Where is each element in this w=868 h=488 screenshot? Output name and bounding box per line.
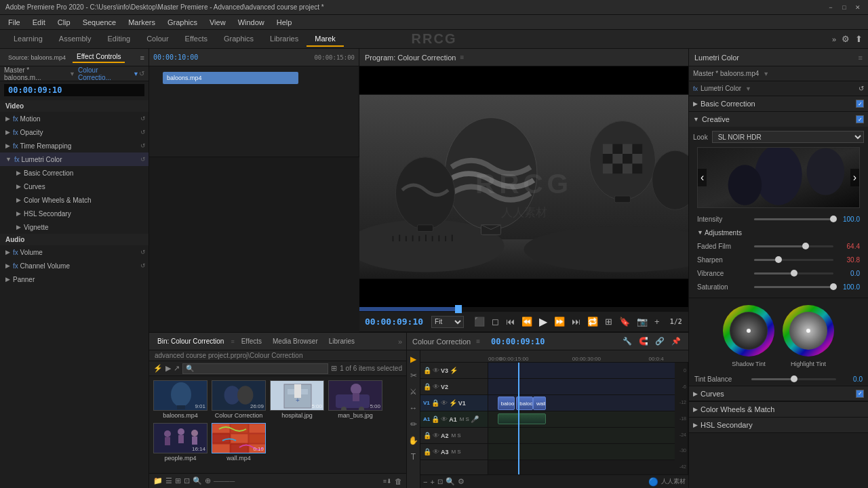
menu-view[interactable]: View — [204, 17, 231, 28]
creative-toggle[interactable]: ▼ — [693, 116, 699, 123]
a1-m[interactable]: M — [460, 416, 465, 422]
bin-item-wall[interactable]: 0:19 wall.mp4 — [212, 423, 266, 462]
bin-thumb-man-bus[interactable]: 5:00 — [328, 380, 382, 411]
btn-step-fwd[interactable]: ⏩ — [552, 315, 567, 328]
bin-item-people[interactable]: 16:14 people.mp4 — [153, 423, 208, 462]
lumetri-clip-arrow[interactable]: ▼ — [763, 70, 769, 77]
tool-text[interactable]: T — [410, 451, 417, 463]
bin-sort-options[interactable]: ≡⬇ — [383, 478, 392, 485]
tl-btn-marker[interactable]: 📌 — [669, 336, 683, 347]
lumetri-color-effect[interactable]: ▼ fx Lumetri Color ↺ — [0, 152, 149, 166]
tab-source[interactable]: Source: baloons.mp4 — [4, 53, 70, 62]
motion-reset[interactable]: ↺ — [140, 115, 146, 122]
a1-lock[interactable]: 🔒 — [431, 415, 439, 423]
opacity-reset[interactable]: ↺ — [140, 129, 146, 136]
bin-search-input[interactable] — [182, 363, 328, 374]
bin-item-man-bus[interactable]: 5:00 man_bus.jpg — [328, 380, 382, 419]
vignette-sub[interactable]: ▶ Vignette — [0, 220, 149, 234]
bin-thumb-people[interactable]: 16:14 — [153, 423, 208, 453]
tl-btn-link[interactable]: 🔗 — [653, 336, 667, 347]
bin-item-baloons[interactable]: 9:01 baloons.mp4 — [153, 380, 208, 419]
a3-s[interactable]: S — [457, 449, 460, 455]
sharpen-slider[interactable] — [754, 259, 833, 261]
curves-sub[interactable]: ▶ Curves — [0, 180, 149, 193]
basic-correction-checkbox[interactable]: ✓ — [856, 100, 864, 108]
tint-balance-slider[interactable] — [751, 378, 836, 380]
filter-icon[interactable]: ⚡ — [153, 364, 163, 373]
bin-filter[interactable]: 🔍 — [193, 476, 202, 485]
track-v1[interactable]: baloons.mp4 baloons.m... wall.mp4 — [488, 395, 675, 411]
lumetri-reset-all[interactable]: ↺ — [859, 85, 864, 92]
v3-lock[interactable]: 🔒 — [423, 367, 431, 374]
volume-reset[interactable]: ↺ — [140, 249, 146, 256]
panner-effect[interactable]: ▶ Panner — [0, 272, 149, 286]
maximize-btn[interactable]: □ — [840, 3, 849, 12]
basic-correction-toggle[interactable]: ▶ — [693, 100, 698, 107]
ws-tab-marek[interactable]: Marek — [307, 32, 344, 47]
a2-s[interactable]: S — [457, 432, 460, 439]
lumetri-scroll[interactable]: ▶ Basic Correction ✓ ▼ Creative ✓ Look — [689, 96, 868, 488]
vibrance-slider[interactable] — [754, 272, 833, 274]
cwm-toggle[interactable]: ▶ — [693, 406, 698, 413]
bin-tab-effects[interactable]: Effects — [237, 336, 266, 346]
bin-item-hospital[interactable]: + 5:00 hospital.jpg — [270, 380, 324, 419]
btn-camera[interactable]: 📷 — [635, 315, 650, 328]
ws-tab-libraries[interactable]: Libraries — [262, 32, 307, 47]
ws-tab-graphics[interactable]: Graphics — [216, 32, 262, 47]
bin-freeform-view[interactable]: ⊡ — [184, 476, 190, 485]
v3-eye[interactable]: 👁 — [433, 367, 439, 374]
vibrance-value[interactable]: 0.0 — [836, 270, 860, 277]
timeline-menu-icon[interactable]: ≡ — [476, 338, 480, 345]
channel-volume-reset[interactable]: ↺ — [140, 262, 146, 269]
curves-checkbox[interactable]: ✓ — [856, 390, 864, 398]
close-btn[interactable]: ✕ — [853, 3, 863, 12]
track-a1[interactable] — [488, 411, 675, 428]
a1-eye[interactable]: 👁 — [441, 415, 448, 423]
faded-film-value[interactable]: 64.4 — [836, 243, 860, 250]
workspace-more-icon[interactable]: » — [832, 35, 836, 43]
tool-ripple[interactable]: ✂ — [409, 369, 418, 382]
cwm-header[interactable]: ▶ Color Wheels & Match — [689, 402, 868, 417]
workspace-export-icon[interactable]: ⬆ — [855, 34, 863, 44]
saturation-slider[interactable] — [754, 286, 833, 288]
btn-step-back[interactable]: ⏪ — [519, 315, 534, 328]
bin-thumbnail-icon[interactable]: ⊞ — [331, 364, 337, 373]
time-remap-reset[interactable]: ↺ — [140, 142, 146, 149]
hsl-header[interactable]: ▶ HSL Secondary — [689, 418, 868, 432]
ws-tab-editing[interactable]: Editing — [100, 32, 139, 47]
tl-bottom-fit[interactable]: ⊡ — [437, 478, 443, 485]
workspace-settings-icon[interactable]: ⚙ — [842, 34, 850, 44]
tl-bottom-zoom-in[interactable]: + — [430, 478, 434, 486]
tool-razor[interactable]: ⚔ — [408, 386, 418, 398]
menu-file[interactable]: File — [3, 17, 26, 28]
zoom-select[interactable]: Fit25%50%100% — [431, 316, 464, 328]
menu-window[interactable]: Window — [233, 17, 270, 28]
look-select[interactable]: SL NOIR HDR — [712, 131, 864, 143]
clip-wall[interactable]: wall.mp4 — [533, 396, 546, 410]
bin-more-icon[interactable]: » — [398, 338, 402, 346]
basic-correction-sub[interactable]: ▶ Basic Correction — [0, 166, 149, 180]
lumetri-reset[interactable]: ↺ — [140, 156, 146, 163]
ws-tab-effects[interactable]: Effects — [177, 32, 216, 47]
a3-m[interactable]: M — [452, 449, 456, 455]
monitor-scrubber[interactable] — [359, 307, 688, 311]
btn-in-point[interactable]: ⬛ — [472, 315, 487, 328]
bin-tab-media-browser[interactable]: Media Browser — [269, 336, 322, 346]
clip-baloons[interactable]: baloons.mp4 — [498, 396, 515, 410]
bin-tab-libraries[interactable]: Libraries — [325, 336, 359, 346]
intensity-thumb[interactable] — [830, 216, 837, 222]
btn-add-marker[interactable]: 🔖 — [617, 315, 632, 328]
adjustments-header[interactable]: ▼ Adjustments — [693, 226, 864, 239]
menu-sequence[interactable]: Sequence — [77, 17, 122, 28]
saturation-value[interactable]: 100.0 — [836, 283, 860, 291]
adjustments-toggle[interactable]: ▼ — [697, 229, 703, 236]
tl-btn-magnet[interactable]: 🧲 — [637, 336, 650, 347]
bin-delete[interactable]: 🗑 — [395, 477, 402, 485]
btn-step-fwd-many[interactable]: ⏭ — [570, 315, 583, 328]
lumetri-menu-icon[interactable]: ≡ — [859, 54, 863, 62]
ws-tab-colour[interactable]: Colour — [138, 32, 176, 47]
reset-icon[interactable]: ↺ — [139, 70, 144, 77]
tl-bottom-settings[interactable]: ⚙ — [458, 477, 465, 486]
minimize-btn[interactable]: − — [826, 3, 835, 12]
faded-film-thumb[interactable] — [802, 243, 809, 249]
